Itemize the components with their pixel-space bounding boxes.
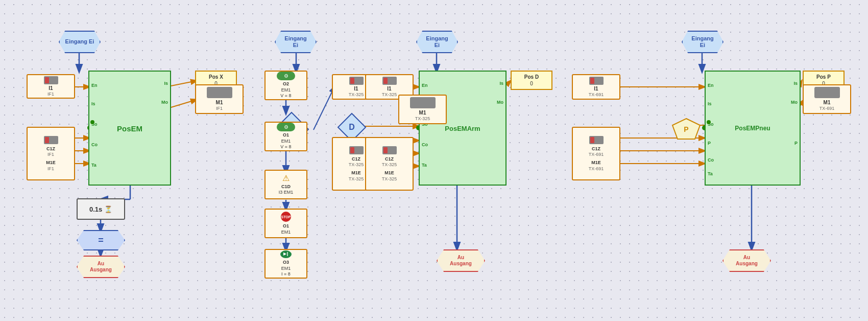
- sensor-m1-tx691[interactable]: M1 TX-691: [803, 84, 851, 114]
- play-icon: ▶‖: [280, 250, 292, 258]
- sensor-icon-m1: [207, 87, 232, 98]
- hexagon-eingang-3: EingangEi: [416, 31, 458, 53]
- sensor-m1-if1[interactable]: M1 IF1: [195, 84, 244, 114]
- hexagon-ausgang-4: AuAusgang: [722, 249, 771, 272]
- svg-line-10: [171, 100, 197, 107]
- sensor-i1-tx691[interactable]: I1 TX-691: [572, 74, 620, 100]
- block-label-posem: PosEM: [117, 124, 142, 132]
- block-label-posemarm: PosEMArm: [445, 124, 480, 132]
- main-block-posem[interactable]: En Is Is Mo So Co Ta PosEM: [88, 71, 171, 186]
- sensor-icon-tx691: [589, 77, 604, 85]
- svg-line-9: [171, 81, 197, 86]
- process-icon-o1: ⚙: [277, 123, 295, 131]
- sensor-c1z-tx691[interactable]: C1Z TX-691 M1E TX-691: [572, 127, 620, 180]
- stop-icon: STOP: [281, 212, 291, 222]
- svg-text:D: D: [349, 123, 355, 131]
- sensor-icon-c1z: [44, 136, 58, 144]
- info-box-posd: Pos D 0: [511, 71, 552, 90]
- sensor-icon-c1z-b3: [382, 146, 397, 154]
- sensor-c1z-if1[interactable]: C1Z IF1 M1E IF1: [27, 127, 75, 180]
- sensor-icon-1: [44, 76, 58, 84]
- connector-dot-3: [707, 120, 711, 124]
- sensor-m1-tx325[interactable]: M1 TX-325: [398, 95, 447, 124]
- hexagon-ausgang-3: AuAusgang: [437, 249, 485, 272]
- sensor-o2-em1[interactable]: ⚙ O2 EM1 V = 8: [264, 71, 307, 100]
- sensor-icon-i1-b3: [382, 77, 397, 85]
- sensor-o1-em1-1[interactable]: ⚙ O1 EM1 V = 8: [264, 122, 307, 151]
- process-icon-o2: ⚙: [277, 72, 295, 80]
- sensor-icon-c1z-tx691: [589, 136, 604, 144]
- block-label-posempneu: PosEMPneu: [735, 125, 770, 132]
- timer-box: 0.1s ⏳: [77, 198, 125, 220]
- main-block-posemarm[interactable]: En Is Is Mo So Co Ta PosEMArm: [419, 71, 507, 186]
- hexagon-eingang-2: EingangEi: [275, 31, 317, 53]
- svg-line-33: [314, 87, 334, 130]
- sensor-icon-tx325: [349, 77, 364, 85]
- p-pentagon: P: [671, 118, 701, 142]
- main-block-posempneu[interactable]: En Is Is Mo So P P Co Ta PosEMPneu: [705, 71, 801, 186]
- motor-icon-tx325: [410, 97, 436, 108]
- sensor-c1z-tx325-b3[interactable]: C1Z TX-325 M1E TX-325: [365, 137, 414, 191]
- connector-dot: [90, 120, 94, 124]
- sensor-o1-stop[interactable]: STOP O1 EM1: [264, 209, 307, 238]
- hexagon-eingang-1: Eingang Ei: [59, 31, 101, 53]
- equal-box: =: [77, 230, 125, 250]
- motor-icon-tx691: [814, 87, 840, 98]
- sensor-c1d[interactable]: ⚠ C1D I3 EM1: [264, 170, 307, 199]
- hexagon-eingang-4: EingangEi: [682, 31, 724, 53]
- sensor-icon-c1z-tx325: [349, 146, 364, 154]
- sensor-i1-if1[interactable]: I1 IF1: [27, 74, 75, 99]
- hexagon-ausgang-1: AuAusgang: [77, 256, 125, 278]
- warning-icon: ⚠: [282, 173, 290, 184]
- svg-text:P: P: [684, 125, 688, 133]
- diagram-canvas: Eingang Ei I1 IF1 C1Z IF1 M1E IF1 En Is …: [0, 0, 868, 321]
- sensor-o3-em1[interactable]: ▶‖ O3 EM1 I = 8: [264, 249, 307, 279]
